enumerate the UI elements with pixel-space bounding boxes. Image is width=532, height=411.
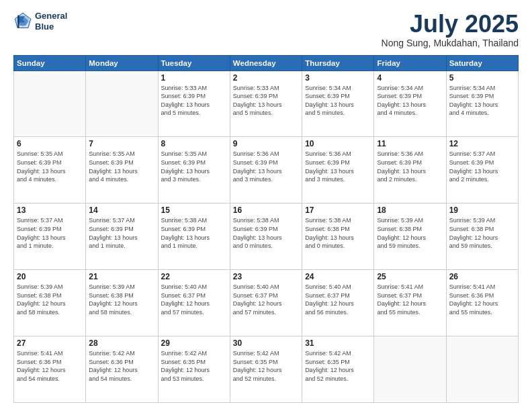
calendar-cell: 12Sunrise: 5:37 AM Sunset: 6:39 PM Dayli… — [446, 137, 518, 203]
header: General Blue July 2025 Nong Sung, Mukdah… — [13, 11, 519, 48]
calendar-cell: 16Sunrise: 5:38 AM Sunset: 6:39 PM Dayli… — [230, 203, 302, 270]
day-info: Sunrise: 5:39 AM Sunset: 6:38 PM Dayligh… — [377, 216, 443, 250]
day-info: Sunrise: 5:39 AM Sunset: 6:38 PM Dayligh… — [89, 283, 154, 316]
day-info: Sunrise: 5:34 AM Sunset: 6:39 PM Dayligh… — [377, 84, 443, 118]
day-number: 10 — [305, 139, 371, 148]
day-number: 11 — [377, 139, 443, 148]
weekday-header-thursday: Thursday — [302, 55, 374, 71]
calendar-week-1: 1Sunrise: 5:33 AM Sunset: 6:39 PM Daylig… — [14, 71, 519, 137]
day-number: 29 — [161, 338, 227, 348]
day-number: 23 — [233, 272, 299, 281]
day-info: Sunrise: 5:38 AM Sunset: 6:39 PM Dayligh… — [233, 216, 299, 250]
day-info: Sunrise: 5:39 AM Sunset: 6:38 PM Dayligh… — [17, 283, 83, 316]
day-number: 2 — [233, 73, 299, 83]
calendar-cell — [374, 336, 446, 403]
day-number: 16 — [233, 205, 299, 215]
day-info: Sunrise: 5:40 AM Sunset: 6:37 PM Dayligh… — [305, 283, 371, 316]
day-info: Sunrise: 5:38 AM Sunset: 6:38 PM Dayligh… — [305, 216, 371, 250]
day-info: Sunrise: 5:35 AM Sunset: 6:39 PM Dayligh… — [17, 150, 83, 183]
weekday-header-sunday: Sunday — [14, 55, 86, 71]
day-info: Sunrise: 5:36 AM Sunset: 6:39 PM Dayligh… — [305, 150, 371, 183]
calendar-cell: 11Sunrise: 5:36 AM Sunset: 6:39 PM Dayli… — [374, 137, 446, 203]
day-info: Sunrise: 5:33 AM Sunset: 6:39 PM Dayligh… — [233, 84, 299, 118]
calendar-cell: 31Sunrise: 5:42 AM Sunset: 6:35 PM Dayli… — [302, 336, 374, 403]
calendar-cell: 9Sunrise: 5:36 AM Sunset: 6:39 PM Daylig… — [230, 137, 302, 203]
day-number: 27 — [17, 338, 83, 348]
svg-rect-4 — [17, 15, 19, 28]
day-info: Sunrise: 5:36 AM Sunset: 6:39 PM Dayligh… — [233, 150, 299, 183]
day-number: 20 — [17, 272, 83, 281]
day-number: 12 — [449, 139, 515, 148]
day-info: Sunrise: 5:33 AM Sunset: 6:39 PM Dayligh… — [161, 84, 227, 118]
day-info: Sunrise: 5:42 AM Sunset: 6:35 PM Dayligh… — [233, 349, 299, 383]
day-number: 24 — [305, 272, 371, 281]
day-info: Sunrise: 5:34 AM Sunset: 6:39 PM Dayligh… — [305, 84, 371, 118]
calendar-cell: 6Sunrise: 5:35 AM Sunset: 6:39 PM Daylig… — [14, 137, 86, 203]
day-info: Sunrise: 5:35 AM Sunset: 6:39 PM Dayligh… — [161, 150, 227, 183]
day-info: Sunrise: 5:37 AM Sunset: 6:39 PM Dayligh… — [449, 150, 515, 183]
day-info: Sunrise: 5:41 AM Sunset: 6:37 PM Dayligh… — [377, 283, 443, 316]
weekday-header-row: SundayMondayTuesdayWednesdayThursdayFrid… — [14, 55, 519, 71]
day-number: 8 — [161, 139, 227, 148]
day-number: 7 — [89, 139, 154, 148]
day-number: 1 — [161, 73, 227, 83]
calendar-cell: 22Sunrise: 5:40 AM Sunset: 6:37 PM Dayli… — [158, 270, 230, 336]
day-info: Sunrise: 5:42 AM Sunset: 6:35 PM Dayligh… — [305, 349, 371, 383]
weekday-header-tuesday: Tuesday — [158, 55, 230, 71]
day-info: Sunrise: 5:42 AM Sunset: 6:35 PM Dayligh… — [161, 349, 227, 383]
calendar-cell: 19Sunrise: 5:39 AM Sunset: 6:38 PM Dayli… — [446, 203, 518, 270]
day-number: 9 — [233, 139, 299, 148]
calendar-cell: 4Sunrise: 5:34 AM Sunset: 6:39 PM Daylig… — [374, 71, 446, 137]
calendar-week-4: 20Sunrise: 5:39 AM Sunset: 6:38 PM Dayli… — [14, 270, 519, 336]
month-title: July 2025 — [382, 11, 519, 38]
calendar-cell: 24Sunrise: 5:40 AM Sunset: 6:37 PM Dayli… — [302, 270, 374, 336]
calendar-cell: 1Sunrise: 5:33 AM Sunset: 6:39 PM Daylig… — [158, 71, 230, 137]
day-number: 19 — [449, 205, 515, 215]
day-info: Sunrise: 5:36 AM Sunset: 6:39 PM Dayligh… — [377, 150, 443, 183]
day-number: 30 — [233, 338, 299, 348]
calendar-cell: 20Sunrise: 5:39 AM Sunset: 6:38 PM Dayli… — [14, 270, 86, 336]
calendar-cell: 5Sunrise: 5:34 AM Sunset: 6:39 PM Daylig… — [446, 71, 518, 137]
day-info: Sunrise: 5:40 AM Sunset: 6:37 PM Dayligh… — [233, 283, 299, 316]
day-number: 22 — [161, 272, 227, 281]
calendar-cell: 21Sunrise: 5:39 AM Sunset: 6:38 PM Dayli… — [86, 270, 158, 336]
calendar-cell — [446, 336, 518, 403]
day-info: Sunrise: 5:41 AM Sunset: 6:36 PM Dayligh… — [449, 283, 515, 316]
calendar-week-3: 13Sunrise: 5:37 AM Sunset: 6:39 PM Dayli… — [14, 203, 519, 270]
calendar-cell: 8Sunrise: 5:35 AM Sunset: 6:39 PM Daylig… — [158, 137, 230, 203]
day-info: Sunrise: 5:41 AM Sunset: 6:36 PM Dayligh… — [17, 349, 83, 383]
weekday-header-saturday: Saturday — [446, 55, 518, 71]
calendar-cell: 25Sunrise: 5:41 AM Sunset: 6:37 PM Dayli… — [374, 270, 446, 336]
day-info: Sunrise: 5:37 AM Sunset: 6:39 PM Dayligh… — [17, 216, 83, 250]
calendar-cell: 2Sunrise: 5:33 AM Sunset: 6:39 PM Daylig… — [230, 71, 302, 137]
calendar-cell: 30Sunrise: 5:42 AM Sunset: 6:35 PM Dayli… — [230, 336, 302, 403]
calendar-cell: 7Sunrise: 5:35 AM Sunset: 6:39 PM Daylig… — [86, 137, 158, 203]
day-number: 26 — [449, 272, 515, 281]
day-info: Sunrise: 5:39 AM Sunset: 6:38 PM Dayligh… — [449, 216, 515, 250]
day-number: 17 — [305, 205, 371, 215]
title-block: July 2025 Nong Sung, Mukdahan, Thailand — [382, 11, 519, 48]
calendar-cell: 14Sunrise: 5:37 AM Sunset: 6:39 PM Dayli… — [86, 203, 158, 270]
logo: General Blue — [13, 11, 67, 32]
day-info: Sunrise: 5:38 AM Sunset: 6:39 PM Dayligh… — [161, 216, 227, 250]
weekday-header-monday: Monday — [86, 55, 158, 71]
calendar-cell: 13Sunrise: 5:37 AM Sunset: 6:39 PM Dayli… — [14, 203, 86, 270]
logo-icon — [13, 12, 32, 31]
day-number: 3 — [305, 73, 371, 83]
calendar-cell: 15Sunrise: 5:38 AM Sunset: 6:39 PM Dayli… — [158, 203, 230, 270]
day-number: 6 — [17, 139, 83, 148]
day-number: 31 — [305, 338, 371, 348]
calendar-cell: 29Sunrise: 5:42 AM Sunset: 6:35 PM Dayli… — [158, 336, 230, 403]
page: General Blue July 2025 Nong Sung, Mukdah… — [0, 0, 532, 411]
calendar-week-2: 6Sunrise: 5:35 AM Sunset: 6:39 PM Daylig… — [14, 137, 519, 203]
day-number: 5 — [449, 73, 515, 83]
day-info: Sunrise: 5:42 AM Sunset: 6:36 PM Dayligh… — [89, 349, 154, 383]
calendar-cell: 3Sunrise: 5:34 AM Sunset: 6:39 PM Daylig… — [302, 71, 374, 137]
calendar-cell: 26Sunrise: 5:41 AM Sunset: 6:36 PM Dayli… — [446, 270, 518, 336]
subtitle: Nong Sung, Mukdahan, Thailand — [382, 38, 519, 48]
weekday-header-friday: Friday — [374, 55, 446, 71]
day-number: 13 — [17, 205, 83, 215]
weekday-header-wednesday: Wednesday — [230, 55, 302, 71]
calendar-cell: 23Sunrise: 5:40 AM Sunset: 6:37 PM Dayli… — [230, 270, 302, 336]
calendar-week-5: 27Sunrise: 5:41 AM Sunset: 6:36 PM Dayli… — [14, 336, 519, 403]
